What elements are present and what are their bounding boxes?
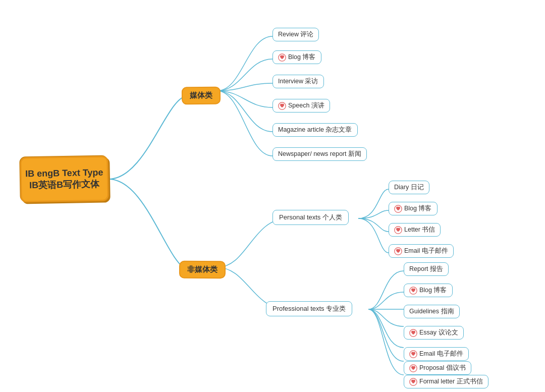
leaf-proposal: Proposal 倡议书 (404, 361, 471, 375)
leaf-blog-personal: Blog 博客 (389, 202, 438, 215)
leaf-formal-letter: Formal letter 正式书信 (404, 375, 488, 388)
non-media-branch: 非媒体类 (179, 261, 226, 278)
leaf-blog-pro-text: Blog 博客 (419, 286, 447, 295)
root-label-line2: IB英语B写作文体 (25, 179, 103, 192)
heart-icon-blog-pro (409, 287, 417, 295)
heart-icon-email-personal (394, 247, 402, 255)
leaf-email-pro-text: Email 电子邮件 (419, 350, 463, 358)
leaf-magazine-text: Magazine article 杂志文章 (278, 126, 352, 134)
leaf-blog-pro: Blog 博客 (404, 284, 453, 297)
professional-texts-node: Professional texts 专业类 (266, 301, 352, 316)
leaf-essay: Essay 议论文 (404, 326, 464, 340)
leaf-report-text: Report 报告 (409, 265, 443, 273)
leaf-review: Review 评论 (272, 28, 319, 41)
heart-icon (278, 53, 286, 62)
heart-icon-speech (278, 102, 286, 110)
leaf-letter: Letter 书信 (389, 223, 441, 237)
root-label-line1: IB engB Text Type (25, 166, 103, 180)
non-media-branch-label: 非媒体类 (187, 265, 217, 274)
leaf-speech: Speech 演讲 (272, 99, 330, 113)
leaf-review-text: Review 评论 (278, 30, 313, 39)
leaf-interview-text: Interview 采访 (278, 77, 318, 86)
media-branch: 媒体类 (182, 87, 221, 105)
leaf-letter-text: Letter 书信 (404, 226, 435, 234)
heart-icon-blog-personal (394, 205, 402, 213)
leaf-guidelines: Guidelines 指南 (404, 305, 460, 318)
leaf-magazine: Magazine article 杂志文章 (272, 123, 358, 137)
leaf-interview: Interview 采访 (272, 75, 324, 88)
leaf-guidelines-text: Guidelines 指南 (409, 307, 454, 316)
root-node: IB engB Text Type IB英语B写作文体 (20, 155, 109, 202)
leaf-speech-text: Speech 演讲 (288, 101, 324, 110)
leaf-newspaper: Newspaper/ news report 新闻 (272, 147, 367, 161)
leaf-newspaper-text: Newspaper/ news report 新闻 (278, 150, 361, 158)
heart-icon-proposal (409, 364, 417, 372)
heart-icon-email-pro (409, 350, 417, 358)
leaf-email-personal: Email 电子邮件 (389, 244, 454, 258)
heart-icon-formal-letter (409, 378, 417, 386)
leaf-proposal-text: Proposal 倡议书 (419, 364, 466, 372)
heart-icon-essay (409, 329, 417, 337)
leaf-email-pro: Email 电子邮件 (404, 347, 469, 361)
leaf-blog-media-text: Blog 博客 (288, 53, 316, 62)
leaf-essay-text: Essay 议论文 (419, 328, 458, 337)
personal-texts-node: Personal texts 个人类 (272, 210, 349, 225)
leaf-diary: Diary 日记 (389, 181, 429, 194)
leaf-formal-letter-text: Formal letter 正式书信 (419, 377, 483, 386)
leaf-diary-text: Diary 日记 (394, 183, 424, 192)
leaf-report: Report 报告 (404, 262, 449, 276)
leaf-blog-personal-text: Blog 博客 (404, 204, 432, 213)
heart-icon-letter (394, 226, 402, 234)
personal-texts-label: Personal texts 个人类 (279, 213, 342, 222)
leaf-blog-media: Blog 博客 (272, 50, 321, 64)
professional-texts-label: Professional texts 专业类 (272, 304, 346, 313)
leaf-email-personal-text: Email 电子邮件 (404, 247, 448, 255)
media-branch-label: 媒体类 (190, 91, 212, 100)
